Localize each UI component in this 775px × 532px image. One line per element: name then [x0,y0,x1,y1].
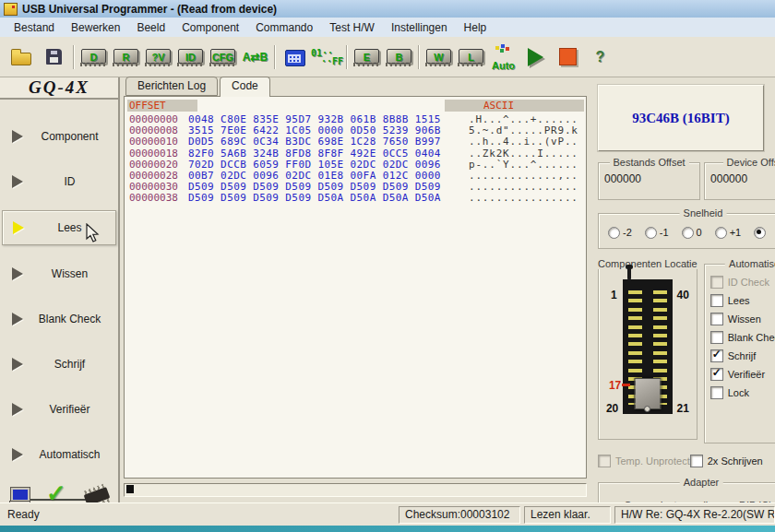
run[interactable] [519,41,552,73]
tab-berichten-log[interactable]: Berichten Log [125,77,218,96]
menu-item[interactable]: Test H/W [321,19,383,36]
tab-label: Code [232,79,258,92]
sidebar-item-id[interactable]: ID [2,165,116,198]
adapter-label: Adapter [680,477,723,488]
speed-minus-2[interactable]: -2 [608,227,632,239]
main-area: Berichten Log Code OFFSET ASCII 00000000… [120,77,591,503]
sidebar-item-component[interactable]: Component [2,120,116,153]
device-name: 93C46B (16BIT) [632,111,729,126]
toolbar-button [70,43,78,71]
menu-item[interactable]: Instellingen [383,19,456,36]
brand-logo: GQ-4X [0,77,118,100]
check-lees[interactable]: Lees [710,294,775,307]
auto-program[interactable]: Auto [487,40,519,74]
radio-icon [608,227,620,239]
checkbox-icon [690,455,703,467]
checkbox-icon [710,349,723,362]
ascii-column-header: ASCII [445,100,584,112]
menu-item[interactable]: Bewerken [63,19,128,36]
speed-minus-1[interactable]: -1 [645,227,669,239]
tab-bar: Berichten Log Code [124,77,587,96]
check-wissen[interactable]: Wissen [710,313,775,325]
sidebar-item-automatisch[interactable]: Automatisch [2,438,116,471]
menu-item[interactable]: Component [173,19,247,36]
erase-device[interactable]: E [351,41,383,73]
hex-view[interactable]: OFFSET ASCII 00000000 0048 C80E 835E 95D… [124,96,587,479]
sidebar-item-label: Component [23,130,116,143]
arrow-icon [12,175,23,188]
arrow-icon [13,221,24,234]
fill-buffer[interactable]: 01·· ··FF [311,41,343,73]
lock-device[interactable]: L [455,41,487,73]
sidebar-item-label: Schrijf [23,358,116,371]
connection-status: ✓ [11,483,109,498]
sidebar-item-verifieer[interactable]: Verifieër [2,393,116,426]
read-device[interactable]: R [110,41,142,73]
check-blank-check[interactable]: Blank Check [710,331,775,344]
calculator[interactable] [279,41,311,73]
menu-bar: Bestand Bewerken Beeld Component Command… [0,18,775,37]
hex-values: 82F0 5A6B 324B 8FD8 8F8F 492E 0CC5 0404 [188,148,445,160]
hex-values: D0D5 689C 0C34 B3DC 698E 1C28 7650 B997 [188,136,445,148]
offset-column-header: OFFSET [127,100,197,112]
sidebar-item-schrijf[interactable]: Schrijf [2,348,116,381]
verify-device[interactable]: ?V [142,41,174,73]
sidebar-item-wissen[interactable]: Wissen [2,257,116,290]
bestands-offset-label: Bestands Offset [609,157,688,168]
write-device[interactable]: W [423,41,455,73]
check-verifieer[interactable]: Verifieër [710,368,775,381]
radio-label: -1 [660,227,669,238]
stop[interactable] [552,41,584,73]
menu-item[interactable]: Bestand [6,19,63,36]
hex-ascii: ..h..4..i..(vP.. [469,136,584,148]
hex-offset: 00000010 [127,136,188,148]
bestands-offset-value[interactable]: 000000 [604,171,694,185]
checkbox-icon [710,313,723,325]
help[interactable]: ? [584,41,616,73]
save-file[interactable] [38,41,70,73]
arrow-icon [12,448,23,461]
toolbar: D R ?V ID CFG A⇄B [0,37,775,77]
checkbox-label: Wissen [728,313,761,325]
hex-ascii: ................ [469,193,584,204]
check-schrijf[interactable]: Schrijf [710,349,775,362]
blank-check-device[interactable]: B [383,41,415,73]
radio-label: +1 [730,227,742,238]
checkbox-icon [710,368,723,381]
checkbox-icon [710,276,723,289]
arrow-icon [12,130,23,143]
hex-ascii: ..Zk2K....I..... [469,148,584,160]
checkbox-label: Blank Check [728,332,775,343]
checkbox-icon [598,455,611,467]
checkbox-label: Lock [728,387,749,398]
tab-code[interactable]: Code [220,77,270,97]
device-id[interactable]: ID [174,41,207,73]
hex-header-spacer [197,100,445,112]
radio-icon [645,227,657,239]
speed-plus-2[interactable] [754,227,769,239]
open-file[interactable] [6,41,38,73]
checkbox-icon [710,386,723,399]
sidebar-item-lees[interactable]: Lees [2,210,116,245]
menu-item[interactable]: Commando [247,19,321,36]
menu-item[interactable]: Beeld [128,19,173,36]
progress-block [126,485,134,493]
device-offset-value[interactable]: 000000 [710,171,775,185]
device-cfg[interactable]: CFG [207,41,239,73]
hex-row: 00000018 82F0 5A6B 324B 8FD8 8F8F 492E 0… [127,148,584,160]
status-operation: Lezen klaar. [524,506,611,524]
speed-0[interactable]: 0 [682,227,702,239]
sidebar-item-blank-check[interactable]: Blank Check [2,302,116,336]
check-lock[interactable]: Lock [710,386,775,399]
automatisch-label: Automatisch [725,258,775,269]
pin-1-label: 1 [611,289,617,301]
component-location-group: Componenten Locatie 1 40 20 21 17 [598,264,698,440]
check-2x-schrijven[interactable]: 2x Schrijven [690,455,763,467]
select-device[interactable]: D [78,41,110,73]
status-checksum: Checksum:00003102 [399,506,520,524]
speed-plus-1[interactable]: +1 [715,227,742,239]
radio-icon [715,227,727,239]
menu-item[interactable]: Help [456,19,495,36]
compare-buffers[interactable]: A⇄B [239,41,271,73]
pin-17-label: 17 [609,379,621,392]
